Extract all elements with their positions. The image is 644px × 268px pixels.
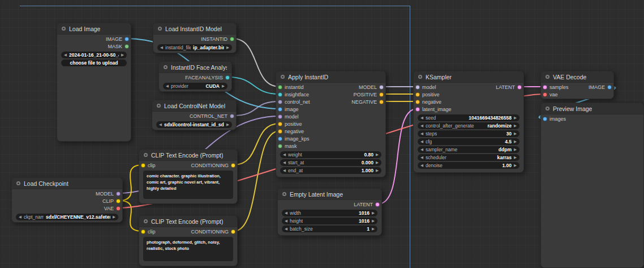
collapse-dot-icon[interactable] [144,153,148,157]
node-title-bar[interactable]: Load Checkpoint [12,178,122,189]
widget-value[interactable]: ◀sdxl/control-instant_id_sdxl.safetensor… [156,121,232,128]
decrement-arrow-icon[interactable]: ◀ [64,52,67,58]
input-slot-image_kps[interactable]: image_kps [278,135,310,142]
input-dot-insightface[interactable] [278,92,282,97]
input-slot-samples[interactable]: samples [543,84,569,91]
increment-arrow-icon[interactable]: ▶ [514,162,517,169]
increment-arrow-icon[interactable]: ▶ [372,226,375,232]
input-slot-latent_image[interactable]: latent_image [415,106,452,113]
output-dot-FACEANALYSIS[interactable] [225,75,230,80]
output-slot-LATENT[interactable]: LATENT [354,201,380,208]
node-title-bar[interactable]: Load InstantID Model [153,23,236,35]
input-slot-mask[interactable]: mask [278,143,297,150]
input-slot-negative[interactable]: negative [415,99,441,105]
output-slot-LATENT[interactable]: LATENT [496,84,522,91]
node-title-bar[interactable]: InstantID Face Analysis [159,62,231,73]
widget-weight[interactable]: ◀weight0.80▶ [280,151,381,158]
input-dot-image_kps[interactable] [278,137,282,141]
increment-arrow-icon[interactable]: ▶ [514,138,517,145]
node-title-bar[interactable]: Load Image [57,23,131,35]
input-dot-latent_image[interactable] [415,107,420,112]
decrement-arrow-icon[interactable]: ◀ [420,138,423,145]
output-slot-MASK[interactable]: MASK [108,43,129,50]
input-dot-images[interactable] [543,117,547,121]
output-slot-IMAGE[interactable]: IMAGE [589,84,612,91]
node-preview-image[interactable]: Preview Imageimages [540,103,644,268]
output-dot-CONDITIONING[interactable] [231,229,235,234]
node-apply-instantid[interactable]: Apply InstantIDinstantidinsightfacecontr… [276,71,386,177]
input-slot-image[interactable]: image [278,106,299,113]
input-dot-negative[interactable] [278,129,282,134]
increment-arrow-icon[interactable]: ▶ [376,151,379,158]
input-dot-model[interactable] [415,85,420,90]
collapse-dot-icon[interactable] [281,75,285,79]
node-title-bar[interactable]: Empty Latent Image [278,189,381,200]
input-slot-images[interactable]: images [543,116,566,122]
widget-sampler_name[interactable]: ◀sampler_nameddpm▶ [418,146,520,153]
increment-arrow-icon[interactable]: ▶ [514,130,517,137]
decrement-arrow-icon[interactable]: ◀ [420,162,423,169]
prompt-textarea[interactable]: photograph, deformed, glitch, noisy, rea… [143,237,233,261]
increment-arrow-icon[interactable]: ▶ [121,52,124,58]
output-dot-POSITIVE[interactable] [379,92,384,97]
node-title-bar[interactable]: CLIP Text Encode (Prompt) [139,216,237,227]
node-empty-latent-image[interactable]: Empty Latent ImageLATENT◀width1016▶◀heig… [277,188,382,236]
decrement-arrow-icon[interactable]: ◀ [285,218,287,224]
widget-start_at[interactable]: ◀start_at0.000▶ [280,159,381,166]
input-slot-clip[interactable]: clip [141,228,156,235]
collapse-dot-icon[interactable] [158,27,162,31]
collapse-dot-icon[interactable] [16,181,20,185]
output-dot-CLIP[interactable] [116,199,121,203]
input-dot-clip[interactable] [141,163,145,168]
input-slot-clip[interactable]: clip [141,162,156,169]
output-dot-IMAGE[interactable] [607,85,612,90]
node-instantid-face-analysis[interactable]: InstantID Face AnalysisFACEANALYSIS◀prov… [158,61,232,92]
node-load-instantid-model[interactable]: Load InstantID ModelINSTANTID◀instantid_… [153,23,237,53]
increment-arrow-icon[interactable]: ▶ [376,167,379,174]
widget-end_at[interactable]: ◀end_at1.000▶ [280,167,381,174]
output-slot-POSITIVE[interactable]: POSITIVE [353,91,384,98]
node-title-bar[interactable]: Load ControlNet Model [152,100,236,112]
widget-scheduler[interactable]: ◀schedulerkarras▶ [418,154,520,161]
collapse-dot-icon[interactable] [157,104,161,108]
increment-arrow-icon[interactable]: ▶ [372,210,375,216]
input-slot-positive[interactable]: positive [415,91,440,98]
widget-batch_size[interactable]: ◀batch_size1▶ [282,226,377,232]
increment-arrow-icon[interactable]: ▶ [514,122,517,129]
decrement-arrow-icon[interactable]: ◀ [160,44,163,51]
output-slot-CONDITIONING[interactable]: CONDITIONING [191,162,236,169]
output-slot-CONDITIONING[interactable]: CONDITIONING [191,228,236,235]
output-dot-IMAGE[interactable] [124,37,129,41]
input-slot-negative[interactable]: negative [278,128,304,135]
collapse-dot-icon[interactable] [62,27,66,31]
widget-denoise[interactable]: ◀denoise1.00▶ [418,162,520,169]
decrement-arrow-icon[interactable]: ◀ [285,210,287,216]
output-slot-FACEANALYSIS[interactable]: FACEANALYSIS [185,74,230,81]
node-title-bar[interactable]: KSampler [414,71,523,83]
output-dot-INSTANTID[interactable] [230,37,234,41]
widget-ckpt_name[interactable]: ◀ckpt_namesdxl/CHEYENNE_v12.safetensors▶ [16,214,118,220]
increment-arrow-icon[interactable]: ▶ [514,154,517,161]
decrement-arrow-icon[interactable]: ◀ [285,226,287,232]
output-dot-CONDITIONING[interactable] [231,163,235,168]
output-dot-CONTROL_NET[interactable] [230,114,234,118]
input-dot-clip[interactable] [141,229,145,234]
node-vae-decode[interactable]: VAE DecodesamplesvaeIMAGE [540,71,614,99]
output-slot-VAE[interactable]: VAE [104,205,121,212]
output-dot-LATENT[interactable] [517,85,522,90]
input-slot-model[interactable]: model [415,84,436,91]
output-dot-MASK[interactable] [124,44,129,49]
collapse-dot-icon[interactable] [164,65,168,69]
increment-arrow-icon[interactable]: ▶ [514,146,517,153]
decrement-arrow-icon[interactable]: ◀ [283,159,286,166]
input-dot-negative[interactable] [415,100,420,104]
input-slot-vae[interactable]: vae [543,91,558,98]
input-slot-instantid[interactable]: instantid [278,84,304,91]
input-slot-control_net[interactable]: control_net [278,99,310,105]
decrement-arrow-icon[interactable]: ◀ [283,167,286,174]
decrement-arrow-icon[interactable]: ◀ [420,146,423,153]
output-dot-NEGATIVE[interactable] [379,100,384,104]
output-dot-MODEL[interactable] [116,192,121,196]
widget-steps[interactable]: ◀steps30▶ [418,130,520,137]
increment-arrow-icon[interactable]: ▶ [222,83,225,90]
